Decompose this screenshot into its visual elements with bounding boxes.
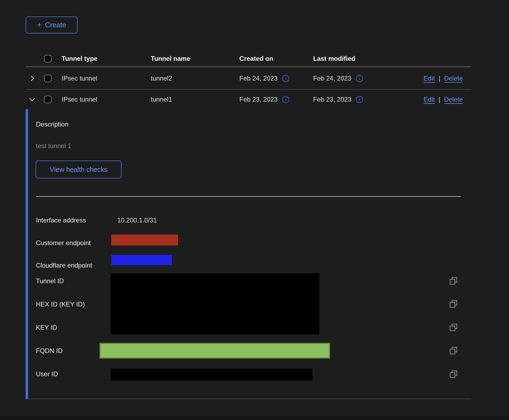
select-all-checkbox[interactable] — [44, 55, 52, 62]
tunnel-detail-panel: Description test tunnel 1 View health ch… — [26, 109, 471, 399]
plus-icon: + — [37, 21, 42, 29]
expand-chevron-icon[interactable] — [28, 74, 36, 82]
copy-icon[interactable] — [448, 369, 458, 379]
cloudflare-endpoint-redaction — [111, 255, 172, 265]
row-checkbox[interactable] — [44, 96, 52, 103]
user-id-label: User ID — [36, 370, 58, 378]
customer-endpoint-redaction — [111, 235, 178, 245]
table-row: IPsec tunnel tunnel2 Feb 24, 2023 Feb 24… — [26, 68, 471, 90]
delete-link[interactable]: Delete — [444, 75, 463, 82]
interface-address-label: Interface address — [36, 216, 86, 224]
fqdn-id-redaction — [99, 343, 330, 359]
table-header-row: Tunnel type Tunnel name Created on Last … — [26, 51, 471, 67]
edit-link[interactable]: Edit — [424, 75, 435, 82]
info-icon[interactable] — [282, 75, 290, 82]
row-checkbox[interactable] — [44, 75, 52, 82]
tunnel-type-value: IPsec tunnel — [62, 96, 151, 103]
info-icon[interactable] — [356, 96, 363, 104]
tunnel-type-value: IPsec tunnel — [62, 75, 151, 82]
tunnel-name-value: tunnel2 — [151, 75, 239, 82]
header-tunnel-type: Tunnel type — [62, 55, 151, 62]
action-separator: | — [438, 96, 440, 103]
view-health-checks-button[interactable]: View health checks — [36, 161, 122, 178]
header-last-modified: Last modified — [313, 55, 384, 62]
edit-link[interactable]: Edit — [424, 96, 435, 103]
copy-icon[interactable] — [448, 299, 458, 309]
copy-icon[interactable] — [448, 276, 458, 286]
tunnels-page: + Create Tunnel type Tunnel name Created… — [0, 0, 509, 420]
header-created-on: Created on — [239, 55, 313, 62]
last-modified-value: Feb 23, 2023 — [313, 96, 351, 103]
created-on-value: Feb 24, 2023 — [239, 75, 277, 82]
cloudflare-endpoint-label: Cloudflare endpoint — [36, 262, 92, 269]
delete-link[interactable]: Delete — [444, 96, 463, 103]
description-label: Description — [36, 121, 68, 128]
header-tunnel-name: Tunnel name — [151, 55, 239, 62]
tunnel-id-label: Tunnel ID — [36, 277, 64, 285]
customer-endpoint-label: Customer endpoint — [36, 239, 91, 247]
user-id-redaction — [110, 369, 312, 381]
tunnel-name-value: tunnel1 — [151, 96, 239, 103]
info-icon[interactable] — [356, 75, 363, 82]
key-id-label: KEY ID — [36, 324, 57, 331]
info-icon[interactable] — [282, 96, 290, 104]
description-value: test tunnel 1 — [36, 142, 71, 150]
action-separator: | — [438, 75, 440, 82]
create-button[interactable]: + Create — [26, 16, 78, 34]
hex-id-label: HEX ID (KEY ID) — [36, 301, 85, 308]
ids-redaction — [110, 273, 319, 334]
table-row: IPsec tunnel tunnel1 Feb 23, 2023 Feb 23… — [26, 90, 471, 109]
copy-icon[interactable] — [448, 323, 458, 332]
bottom-edge-strip — [0, 416, 509, 420]
last-modified-value: Feb 24, 2023 — [313, 75, 351, 82]
fqdn-id-label: FQDN ID — [36, 347, 63, 355]
interface-address-value: 10.200.1.0/31 — [117, 216, 157, 224]
created-on-value: Feb 23, 2023 — [239, 96, 277, 103]
create-button-label: Create — [45, 21, 66, 29]
collapse-chevron-icon[interactable] — [28, 95, 36, 104]
section-divider — [36, 196, 461, 197]
copy-icon[interactable] — [448, 346, 458, 356]
